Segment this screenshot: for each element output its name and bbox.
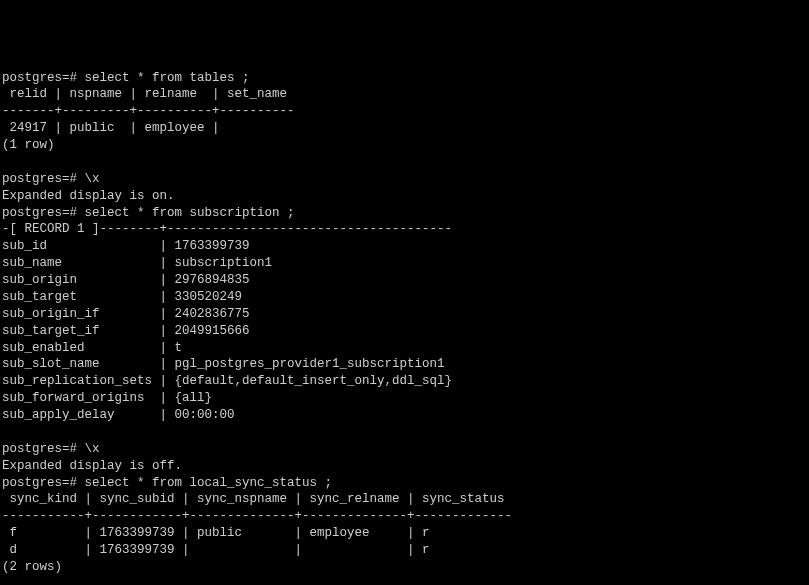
record-header: -[ RECORD 1 ]--------+------------------… <box>2 222 452 236</box>
sub-row: sub_apply_delay | 00:00:00 <box>2 408 235 422</box>
sub-row: sub_enabled | t <box>2 341 182 355</box>
pg-prompt: postgres=# <box>2 442 85 456</box>
lss-row: f | 1763399739 | public | employee | r <box>2 526 430 540</box>
msg-expanded-on: Expanded display is on. <box>2 189 175 203</box>
msg-expanded-off: Expanded display is off. <box>2 459 182 473</box>
lss-count: (2 rows) <box>2 560 62 574</box>
cmd-x-on: \x <box>85 172 100 186</box>
tables-sep: -------+---------+----------+---------- <box>2 104 295 118</box>
sub-row: sub_slot_name | pgl_postgres_provider1_s… <box>2 357 445 371</box>
pg-prompt: postgres=# <box>2 476 85 490</box>
sub-row: sub_name | subscription1 <box>2 256 272 270</box>
pg-prompt: postgres=# <box>2 71 85 85</box>
terminal[interactable]: postgres=# select * from tables ; relid … <box>0 68 809 586</box>
pg-prompt: postgres=# <box>2 172 85 186</box>
tables-header: relid | nspname | relname | set_name <box>2 87 287 101</box>
lss-row: d | 1763399739 | | | r <box>2 543 430 557</box>
sub-row: sub_replication_sets | {default,default_… <box>2 374 452 388</box>
sub-row: sub_id | 1763399739 <box>2 239 250 253</box>
lss-sep: -----------+------------+--------------+… <box>2 509 512 523</box>
pg-prompt: postgres=# <box>2 206 85 220</box>
tables-row: 24917 | public | employee | <box>2 121 220 135</box>
tables-count: (1 row) <box>2 138 55 152</box>
cmd-x-off: \x <box>85 442 100 456</box>
cmd-select-subscription: select * from subscription ; <box>85 206 295 220</box>
sub-row: sub_forward_origins | {all} <box>2 391 212 405</box>
cmd-select-lss: select * from local_sync_status ; <box>85 476 333 490</box>
cmd-select-tables: select * from tables ; <box>85 71 250 85</box>
sub-row: sub_origin | 2976894835 <box>2 273 250 287</box>
sub-row: sub_origin_if | 2402836775 <box>2 307 250 321</box>
sub-row: sub_target | 330520249 <box>2 290 242 304</box>
lss-header: sync_kind | sync_subid | sync_nspname | … <box>2 492 505 506</box>
sub-row: sub_target_if | 2049915666 <box>2 324 250 338</box>
